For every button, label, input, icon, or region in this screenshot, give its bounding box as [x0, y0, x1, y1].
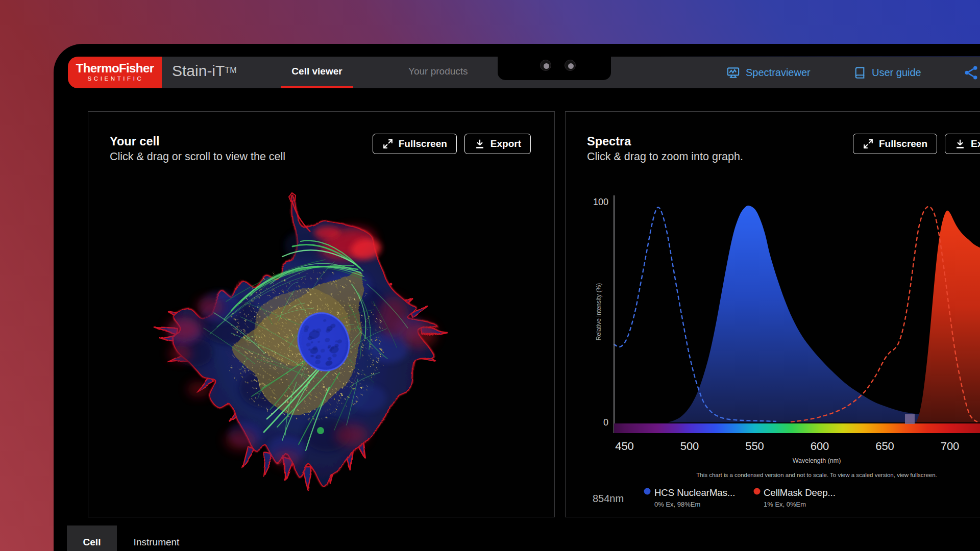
svg-text:854nm: 854nm	[593, 493, 624, 504]
svg-text:700: 700	[941, 440, 960, 453]
svg-text:This chart is a condensed vers: This chart is a condensed version and no…	[696, 472, 937, 478]
svg-text:600: 600	[811, 440, 829, 453]
svg-text:450: 450	[615, 440, 634, 453]
svg-text:CellMask Deep...: CellMask Deep...	[764, 487, 836, 498]
svg-text:650: 650	[875, 440, 894, 453]
svg-text:Relative intensity (%): Relative intensity (%)	[595, 283, 602, 341]
svg-text:HCS NuclearMas...: HCS NuclearMas...	[654, 487, 735, 498]
svg-text:0% Ex, 98%Em: 0% Ex, 98%Em	[654, 500, 700, 508]
svg-text:0: 0	[603, 417, 608, 428]
svg-text:500: 500	[680, 440, 699, 453]
svg-text:100: 100	[593, 197, 608, 207]
svg-text:Wavelength (nm): Wavelength (nm)	[793, 457, 841, 464]
svg-text:550: 550	[745, 440, 764, 453]
svg-text:1% Ex, 0%Em: 1% Ex, 0%Em	[764, 500, 806, 508]
